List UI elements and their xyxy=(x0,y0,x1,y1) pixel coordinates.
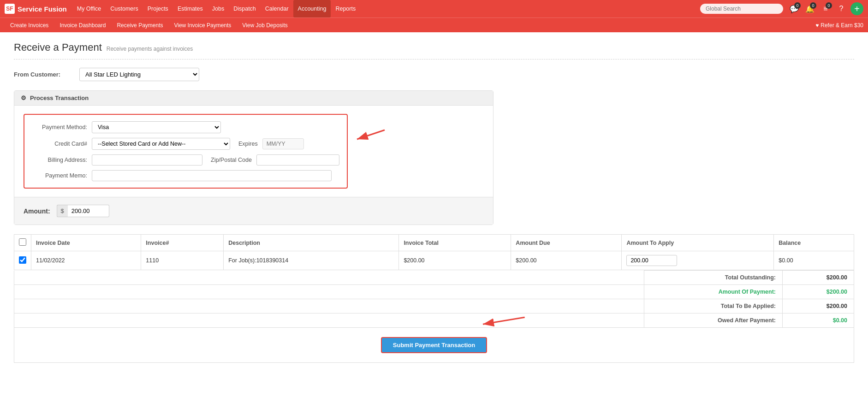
payment-memo-label: Payment Memo: xyxy=(32,172,87,179)
red-arrow-payment xyxy=(352,128,389,148)
list-button[interactable]: ≡ 0 xyxy=(819,2,832,15)
submit-payment-button[interactable]: Submit Payment Transaction xyxy=(381,337,487,353)
credit-card-select[interactable]: --Select Stored Card or Add New-- xyxy=(92,138,230,150)
invoice-table: Invoice Date Invoice# Description Invoic… xyxy=(14,234,854,270)
bell-button[interactable]: 🔔 0 xyxy=(803,2,816,15)
amount-input[interactable] xyxy=(68,205,109,217)
amount-of-payment-value: $200.00 xyxy=(782,285,854,299)
credit-card-label: Credit Card# xyxy=(32,141,87,147)
sub-navigation: Create Invoices Invoice Dashboard Receiv… xyxy=(0,18,868,32)
summary-spacer3 xyxy=(14,299,644,314)
row-amount-to-apply-input[interactable] xyxy=(626,255,677,266)
add-button[interactable]: + xyxy=(850,2,863,15)
zip-label: Zip/Postal Code xyxy=(211,157,252,163)
zip-input[interactable] xyxy=(256,154,339,166)
subnav-view-job-deposits[interactable]: View Job Deposits xyxy=(237,18,293,33)
nav-search-area xyxy=(700,4,783,14)
total-to-be-applied-value: $200.00 xyxy=(782,299,854,314)
table-row: 11/02/2022 1110 For Job(s):1018390314 $2… xyxy=(14,251,854,270)
chat-button[interactable]: 💬 0 xyxy=(788,2,801,15)
amount-dollar-sign: $ xyxy=(57,205,68,217)
amount-of-payment-label: Amount Of Payment: xyxy=(644,285,782,299)
brand-icon: SF xyxy=(5,4,15,14)
summary-owed-after-payment-row: Owed After Payment: $0.00 xyxy=(14,314,854,328)
col-amount-to-apply: Amount To Apply xyxy=(622,235,774,251)
question-icon: ? xyxy=(839,5,844,13)
nav-item-dispatch[interactable]: Dispatch xyxy=(229,0,261,18)
col-invoice-date: Invoice Date xyxy=(31,235,141,251)
brand-logo[interactable]: SF Service Fusion xyxy=(5,4,67,14)
billing-address-input[interactable] xyxy=(92,154,202,166)
page-content: Receive a Payment Receive payments again… xyxy=(0,32,868,420)
row-amount-due: $200.00 xyxy=(511,251,622,270)
top-navigation: SF Service Fusion My Office Customers Pr… xyxy=(0,0,868,18)
select-all-checkbox[interactable] xyxy=(19,238,26,246)
customer-select[interactable]: All Star LED Lighting xyxy=(79,68,199,81)
billing-address-label: Billing Address: xyxy=(32,157,87,163)
summary-spacer4 xyxy=(14,314,644,328)
subnav-create-invoices[interactable]: Create Invoices xyxy=(5,18,54,33)
card-header: ⚙ Process Transaction xyxy=(14,91,493,106)
col-balance: Balance xyxy=(774,235,854,251)
total-outstanding-value: $200.00 xyxy=(782,271,854,285)
row-amount-to-apply-cell xyxy=(622,251,774,270)
gear-icon: ⚙ xyxy=(21,95,26,101)
card-body: Payment Method: Visa Cash Check Credit C… xyxy=(14,106,493,197)
summary-total-outstanding-row: Total Outstanding: $200.00 xyxy=(14,271,854,285)
invoice-table-container: Invoice Date Invoice# Description Invoic… xyxy=(14,234,854,363)
owed-after-payment-value: $0.00 xyxy=(782,314,854,328)
card-header-title: Process Transaction xyxy=(30,95,89,101)
row-invoice-date: 11/02/2022 xyxy=(31,251,141,270)
billing-address-row: Billing Address: Zip/Postal Code xyxy=(32,154,339,166)
brand-name: Service Fusion xyxy=(18,5,67,13)
nav-item-my-office[interactable]: My Office xyxy=(72,0,106,18)
refer-text: Refer & Earn $30 xyxy=(820,22,863,29)
row-checkbox-cell xyxy=(14,251,31,270)
owed-after-payment-label: Owed After Payment: xyxy=(644,314,782,328)
subnav-invoice-dashboard[interactable]: Invoice Dashboard xyxy=(54,18,111,33)
summary-total-to-be-applied-row: Total To Be Applied: $200.00 xyxy=(14,299,854,314)
summary-table: Total Outstanding: $200.00 Amount Of Pay… xyxy=(14,270,854,328)
subnav-view-invoice-payments[interactable]: View Invoice Payments xyxy=(168,18,237,33)
payment-memo-input[interactable] xyxy=(92,170,332,181)
col-amount-due: Amount Due xyxy=(511,235,622,251)
row-balance: $0.00 xyxy=(774,251,854,270)
expires-input[interactable] xyxy=(262,138,304,149)
nav-icons-area: 💬 0 🔔 0 ≡ 0 ? + xyxy=(788,2,863,15)
amount-label: Amount: xyxy=(24,207,50,215)
global-search-input[interactable] xyxy=(700,4,783,14)
summary-spacer2 xyxy=(14,285,644,299)
col-invoice-num: Invoice# xyxy=(141,235,224,251)
payment-fields-box: Payment Method: Visa Cash Check Credit C… xyxy=(24,114,348,189)
nav-item-projects[interactable]: Projects xyxy=(143,0,173,18)
row-invoice-num: 1110 xyxy=(141,251,224,270)
row-checkbox[interactable] xyxy=(19,256,26,264)
payment-method-select[interactable]: Visa Cash Check Credit Card xyxy=(92,121,221,133)
col-invoice-total: Invoice Total xyxy=(399,235,511,251)
row-description: For Job(s):1018390314 xyxy=(224,251,399,270)
from-customer-row: From Customer: All Star LED Lighting xyxy=(14,68,854,81)
amount-box: $ xyxy=(57,205,109,217)
list-badge: 0 xyxy=(826,2,832,9)
nav-item-reports[interactable]: Reports xyxy=(331,0,360,18)
total-outstanding-label: Total Outstanding: xyxy=(644,271,782,285)
refer-earn[interactable]: ♥ Refer & Earn $30 xyxy=(815,22,863,29)
help-button[interactable]: ? xyxy=(835,2,848,15)
nav-item-calendar[interactable]: Calendar xyxy=(261,0,293,18)
amount-section: Amount: $ xyxy=(14,197,493,225)
credit-card-row: Credit Card# --Select Stored Card or Add… xyxy=(32,138,339,150)
bell-badge: 0 xyxy=(810,2,816,9)
submit-row: Submit Payment Transaction xyxy=(14,328,854,363)
page-title-row: Receive a Payment Receive payments again… xyxy=(14,41,854,59)
subnav-receive-payments[interactable]: Receive Payments xyxy=(111,18,168,33)
nav-item-estimates[interactable]: Estimates xyxy=(173,0,208,18)
summary-amount-of-payment-row: Amount Of Payment: $200.00 xyxy=(14,285,854,299)
from-customer-label: From Customer: xyxy=(14,71,74,78)
row-invoice-total: $200.00 xyxy=(399,251,511,270)
page-title: Receive a Payment xyxy=(14,41,102,53)
nav-item-jobs[interactable]: Jobs xyxy=(208,0,229,18)
col-description: Description xyxy=(224,235,399,251)
page-subtitle: Receive payments against invoices xyxy=(107,46,193,52)
nav-item-customers[interactable]: Customers xyxy=(106,0,143,18)
nav-item-accounting[interactable]: Accounting xyxy=(293,0,331,18)
